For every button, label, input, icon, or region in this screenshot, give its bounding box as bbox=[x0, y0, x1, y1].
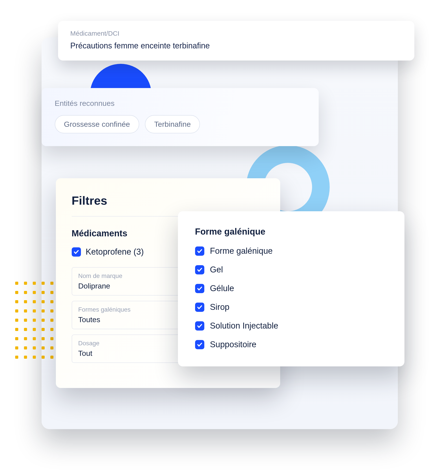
forme-checkbox-row[interactable]: Solution Injectable bbox=[195, 321, 387, 330]
forme-item-label: Gel bbox=[210, 265, 223, 274]
forme-item-label: Sirop bbox=[210, 302, 230, 312]
forme-checkbox-row[interactable]: Suppositoire bbox=[195, 340, 387, 349]
checkbox-checked-icon[interactable] bbox=[72, 247, 81, 257]
search-card[interactable]: Médicament/DCI Précautions femme enceint… bbox=[58, 21, 414, 61]
search-label: Médicament/DCI bbox=[70, 30, 402, 37]
forme-galenique-card: Forme galénique Forme galéniqueGelGélule… bbox=[178, 211, 404, 366]
filters-heading: Filtres bbox=[72, 194, 264, 207]
forme-checkbox-row[interactable]: Sirop bbox=[195, 302, 387, 312]
medication-label: Ketoprofene (3) bbox=[86, 247, 144, 257]
checkbox-checked-icon[interactable] bbox=[195, 321, 204, 330]
checkbox-checked-icon[interactable] bbox=[195, 340, 204, 349]
forme-heading: Forme galénique bbox=[195, 227, 387, 237]
checkbox-checked-icon[interactable] bbox=[195, 265, 204, 274]
search-value[interactable]: Précautions femme enceinte terbinafine bbox=[70, 41, 402, 50]
forme-checkbox-row[interactable]: Forme galénique bbox=[195, 246, 387, 256]
forme-checkbox-row[interactable]: Gel bbox=[195, 265, 387, 274]
entity-pill[interactable]: Grossesse confinée bbox=[55, 115, 140, 133]
forme-item-label: Solution Injectable bbox=[210, 321, 278, 330]
entities-title: Entités reconnues bbox=[55, 99, 305, 108]
forme-item-label: Forme galénique bbox=[210, 246, 273, 256]
entity-pill[interactable]: Terbinafine bbox=[145, 115, 200, 133]
checkbox-checked-icon[interactable] bbox=[195, 303, 204, 312]
checkbox-checked-icon[interactable] bbox=[195, 246, 204, 256]
forme-item-label: Suppositoire bbox=[210, 340, 257, 349]
forme-checkbox-row[interactable]: Gélule bbox=[195, 284, 387, 293]
forme-item-label: Gélule bbox=[210, 284, 234, 293]
entity-pill-row: Grossesse confinée Terbinafine bbox=[55, 115, 305, 133]
entities-card: Entités reconnues Grossesse confinée Ter… bbox=[42, 88, 319, 146]
checkbox-checked-icon[interactable] bbox=[195, 284, 204, 293]
